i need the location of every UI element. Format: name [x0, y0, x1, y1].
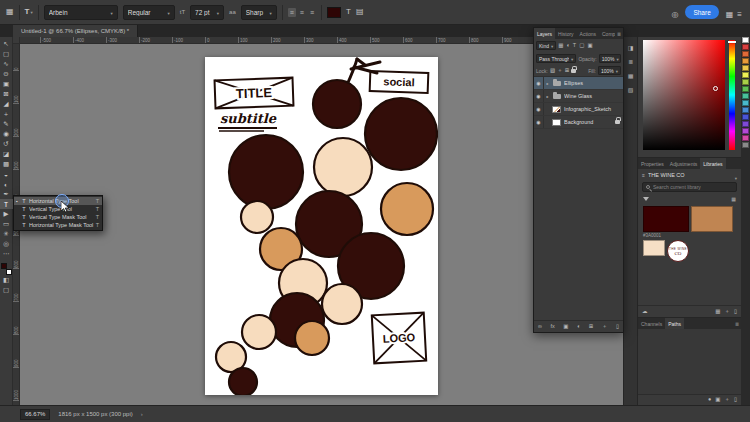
- eraser-tool[interactable]: ◪: [0, 149, 13, 159]
- hue-slider[interactable]: [729, 40, 735, 150]
- tab-layers[interactable]: Layers: [534, 28, 555, 39]
- font-style-select[interactable]: Regular: [123, 5, 175, 20]
- library-selector[interactable]: ≡ THE WINE CO: [638, 169, 741, 181]
- blur-tool[interactable]: ◒: [0, 169, 13, 179]
- visibility-eye-icon[interactable]: ◉: [534, 103, 544, 115]
- swatch[interactable]: [742, 121, 749, 127]
- visibility-eye-icon[interactable]: ◉: [534, 90, 544, 102]
- lock-artboard-icon[interactable]: ⊞: [565, 68, 570, 74]
- tab-actions[interactable]: Actions: [577, 28, 599, 39]
- filter-pixel-icon[interactable]: ▦: [558, 43, 563, 49]
- crop-tool[interactable]: ▣: [0, 79, 13, 89]
- path-selection-tool[interactable]: ▶: [0, 209, 13, 219]
- hand-tool[interactable]: ✳: [0, 229, 13, 239]
- filter-kind-select[interactable]: Kind: [536, 41, 556, 50]
- filter-funnel-icon[interactable]: [643, 197, 649, 201]
- quick-mask-icon[interactable]: ◧: [0, 275, 13, 285]
- anti-alias-select[interactable]: Sharp: [241, 5, 277, 20]
- swatch[interactable]: [742, 114, 749, 120]
- layer-mask-icon[interactable]: ▣: [563, 324, 568, 330]
- foreground-color-swatch[interactable]: [1, 263, 7, 269]
- library-menu-icon[interactable]: ≡: [642, 172, 645, 178]
- library-view-icon[interactable]: ▦: [731, 196, 736, 202]
- share-button[interactable]: Share: [685, 5, 718, 19]
- visibility-eye-icon[interactable]: ◉: [534, 77, 544, 89]
- collapsed-panel-icon-5[interactable]: ▧: [628, 87, 634, 93]
- shape-tool[interactable]: ▭: [0, 219, 13, 229]
- move-tool[interactable]: ↖: [0, 39, 13, 49]
- library-logo-thumbnail[interactable]: THE WINE CO: [667, 240, 689, 262]
- ruler-corner[interactable]: [13, 37, 20, 44]
- frame-tool[interactable]: ⊠: [0, 89, 13, 99]
- library-grid-icon[interactable]: ▦: [715, 309, 720, 315]
- search-icon[interactable]: ◎: [671, 10, 678, 19]
- home-icon[interactable]: ▦: [6, 8, 14, 16]
- zoom-level-input[interactable]: 66.67%: [20, 409, 50, 420]
- library-color-dark[interactable]: [643, 206, 689, 232]
- swatch[interactable]: [742, 128, 749, 134]
- tab-comps[interactable]: Comps: [599, 28, 615, 39]
- align-right-icon[interactable]: ≡: [308, 8, 316, 17]
- status-chevron-icon[interactable]: ›: [141, 411, 143, 417]
- fill-select[interactable]: 100%: [598, 66, 621, 75]
- healing-brush-tool[interactable]: ＋: [0, 109, 13, 119]
- zoom-tool[interactable]: ◎: [0, 239, 13, 249]
- swatch[interactable]: [742, 135, 749, 141]
- tab-channels[interactable]: Channels: [638, 318, 665, 329]
- swatch[interactable]: [742, 79, 749, 85]
- filter-shape-icon[interactable]: ▢: [579, 43, 584, 49]
- swatch[interactable]: [742, 142, 749, 148]
- flyout-item[interactable]: TVertical Type Mask ToolT: [14, 213, 102, 221]
- swatch[interactable]: [742, 93, 749, 99]
- swatch[interactable]: [742, 37, 749, 43]
- edit-toolbar-icon[interactable]: ⋯: [0, 249, 13, 259]
- delete-layer-icon[interactable]: ▯: [616, 324, 619, 330]
- panel-menu-icon[interactable]: [733, 318, 741, 329]
- history-brush-tool[interactable]: ↺: [0, 139, 13, 149]
- visibility-eye-icon[interactable]: ◉: [534, 116, 544, 128]
- type-tool[interactable]: T: [0, 199, 13, 209]
- layer-row[interactable]: ◉▸Wine Glass: [534, 90, 623, 103]
- filter-smart-icon[interactable]: ▣: [587, 43, 592, 49]
- group-twirl-icon[interactable]: ▸: [544, 94, 551, 99]
- swatch[interactable]: [742, 100, 749, 106]
- tab-libraries[interactable]: Libraries: [700, 158, 725, 169]
- collapsed-panel-icon-4[interactable]: ▦: [628, 73, 634, 79]
- text-color-swatch[interactable]: [327, 7, 341, 18]
- library-search-input[interactable]: Search current library: [642, 182, 737, 192]
- gradient-tool[interactable]: ▩: [0, 159, 13, 169]
- font-family-select[interactable]: Arbein: [44, 5, 118, 20]
- document-tab[interactable]: Untitled-1 @ 66.7% (Ellipses, CMYK/8) *: [13, 25, 138, 37]
- tab-history[interactable]: History: [555, 28, 577, 39]
- library-color-tan[interactable]: [691, 206, 733, 232]
- align-center-icon[interactable]: ≡: [298, 8, 306, 17]
- mask-from-path-icon[interactable]: ▣: [715, 397, 720, 403]
- swatch[interactable]: [742, 72, 749, 78]
- color-marker[interactable]: [713, 86, 718, 91]
- tab-properties[interactable]: Properties: [638, 158, 667, 169]
- collapsed-panel-icon-2[interactable]: ◨: [628, 45, 634, 51]
- screen-mode-icon[interactable]: ▢: [0, 285, 13, 295]
- marquee-tool[interactable]: ▢: [0, 49, 13, 59]
- artboard[interactable]: TITLETITLEsocialLOGOLOGOsubtitle: [205, 57, 438, 395]
- lock-position-icon[interactable]: ＋: [557, 68, 563, 74]
- delete-path-icon[interactable]: ▯: [734, 397, 737, 403]
- pen-tool[interactable]: ✒: [0, 189, 13, 199]
- tab-paths[interactable]: Paths: [665, 318, 684, 329]
- hue-marker[interactable]: [728, 41, 736, 43]
- lock-all-icon[interactable]: [571, 69, 576, 73]
- swatch[interactable]: [742, 107, 749, 113]
- load-path-selection-icon[interactable]: ●: [708, 397, 711, 403]
- saturation-brightness-field[interactable]: [643, 40, 725, 150]
- layer-row[interactable]: ◉Infographic_Sketch: [534, 103, 623, 116]
- swatch[interactable]: [742, 51, 749, 57]
- lock-transparent-icon[interactable]: ▨: [550, 68, 555, 74]
- new-path-icon[interactable]: ＋: [724, 397, 730, 403]
- add-library-item-icon[interactable]: ＋: [724, 309, 730, 315]
- color-swatches[interactable]: [1, 263, 12, 275]
- lasso-tool[interactable]: ∿: [0, 59, 13, 69]
- layer-row[interactable]: ◉Background: [534, 116, 623, 129]
- new-layer-icon[interactable]: ＋: [602, 324, 608, 330]
- swatch[interactable]: [742, 44, 749, 50]
- new-group-icon[interactable]: ⊞: [589, 324, 594, 330]
